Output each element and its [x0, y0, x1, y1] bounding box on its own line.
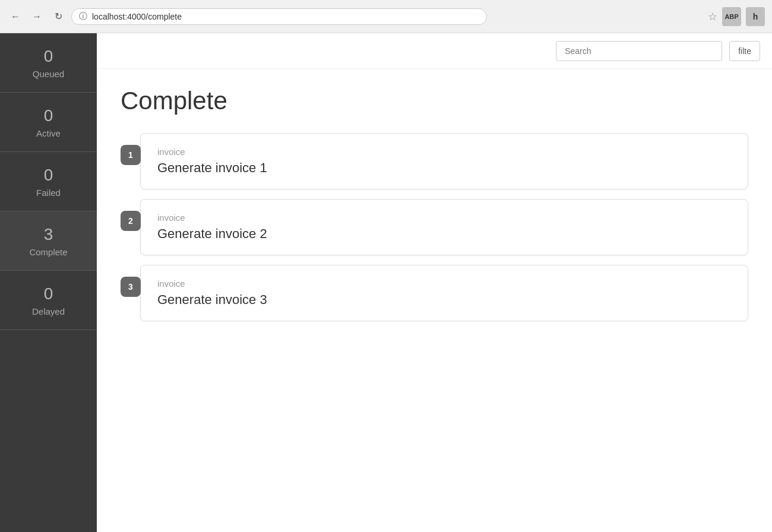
job-type-1: invoice — [157, 147, 731, 157]
failed-label: Failed — [36, 188, 61, 198]
job-card-2[interactable]: invoice Generate invoice 2 — [140, 199, 748, 255]
complete-label: Complete — [29, 247, 67, 257]
url-input[interactable] — [92, 12, 479, 21]
job-card-wrapper-3: 3 invoice Generate invoice 3 — [121, 265, 748, 321]
address-bar[interactable]: ⓘ — [71, 8, 487, 25]
browser-chrome: ← → ↻ ⓘ ☆ ABP h — [0, 0, 772, 33]
sidebar-item-active[interactable]: 0 Active — [0, 93, 97, 152]
job-number-badge-2: 2 — [121, 211, 141, 231]
active-count: 0 — [44, 106, 53, 126]
page-title: Complete — [121, 87, 748, 115]
complete-count: 3 — [44, 224, 53, 245]
toolbar: filte — [97, 33, 772, 69]
delayed-label: Delayed — [32, 306, 65, 316]
job-card-wrapper-1: 1 invoice Generate invoice 1 — [121, 133, 748, 189]
search-input[interactable] — [556, 41, 722, 61]
h-extension-button[interactable]: h — [746, 7, 765, 26]
delayed-count: 0 — [44, 284, 53, 304]
sidebar-item-complete[interactable]: 3 Complete — [0, 211, 97, 271]
job-type-3: invoice — [157, 278, 731, 289]
forward-button[interactable]: → — [29, 8, 45, 25]
app-layout: 0 Queued 0 Active 0 Failed 3 Complete 0 … — [0, 33, 772, 532]
page-body: Complete 1 invoice Generate invoice 1 2 … — [97, 69, 772, 532]
bookmark-button[interactable]: ☆ — [708, 10, 717, 23]
job-type-2: invoice — [157, 213, 731, 223]
job-name-2: Generate invoice 2 — [157, 226, 731, 242]
job-card-3[interactable]: invoice Generate invoice 3 — [140, 265, 748, 321]
job-card-wrapper-2: 2 invoice Generate invoice 2 — [121, 199, 748, 255]
job-card-1[interactable]: invoice Generate invoice 1 — [140, 133, 748, 189]
sidebar-item-delayed[interactable]: 0 Delayed — [0, 271, 97, 330]
queued-count: 0 — [44, 46, 53, 66]
info-icon: ⓘ — [79, 11, 87, 22]
active-label: Active — [36, 128, 61, 138]
back-button[interactable]: ← — [7, 8, 24, 25]
sidebar-item-queued[interactable]: 0 Queued — [0, 33, 97, 93]
reload-button[interactable]: ↻ — [50, 8, 67, 25]
failed-count: 0 — [44, 165, 53, 185]
browser-actions: ☆ ABP h — [708, 7, 765, 26]
sidebar: 0 Queued 0 Active 0 Failed 3 Complete 0 … — [0, 33, 97, 532]
main-content: filte Complete 1 invoice Generate invoic… — [97, 33, 772, 532]
queued-label: Queued — [33, 69, 64, 79]
abp-extension-button[interactable]: ABP — [722, 7, 741, 26]
job-number-badge-3: 3 — [121, 277, 141, 297]
job-name-3: Generate invoice 3 — [157, 292, 731, 308]
job-name-1: Generate invoice 1 — [157, 160, 731, 176]
sidebar-item-failed[interactable]: 0 Failed — [0, 152, 97, 211]
job-number-badge-1: 1 — [121, 145, 141, 165]
filter-button[interactable]: filte — [729, 41, 760, 61]
